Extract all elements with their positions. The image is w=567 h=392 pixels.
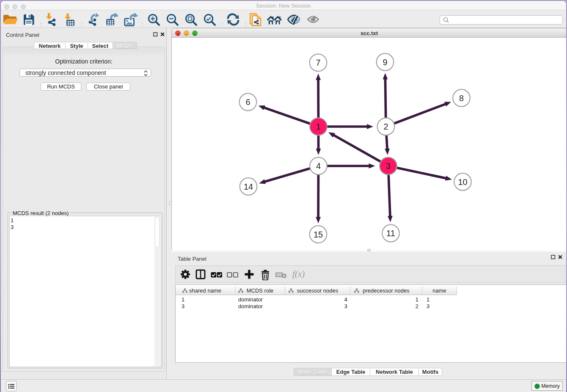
svg-text:3: 3 xyxy=(386,161,391,171)
svg-text:14: 14 xyxy=(244,182,253,191)
svg-text:1: 1 xyxy=(316,122,321,131)
svg-text:11: 11 xyxy=(386,229,395,238)
svg-text:10: 10 xyxy=(458,177,467,187)
svg-text:8: 8 xyxy=(459,94,464,103)
svg-text:9: 9 xyxy=(383,58,387,67)
svg-text:4: 4 xyxy=(316,161,321,171)
svg-text:7: 7 xyxy=(316,58,320,67)
svg-text:6: 6 xyxy=(245,97,250,107)
svg-text:2: 2 xyxy=(383,122,388,131)
svg-text:15: 15 xyxy=(314,230,323,239)
